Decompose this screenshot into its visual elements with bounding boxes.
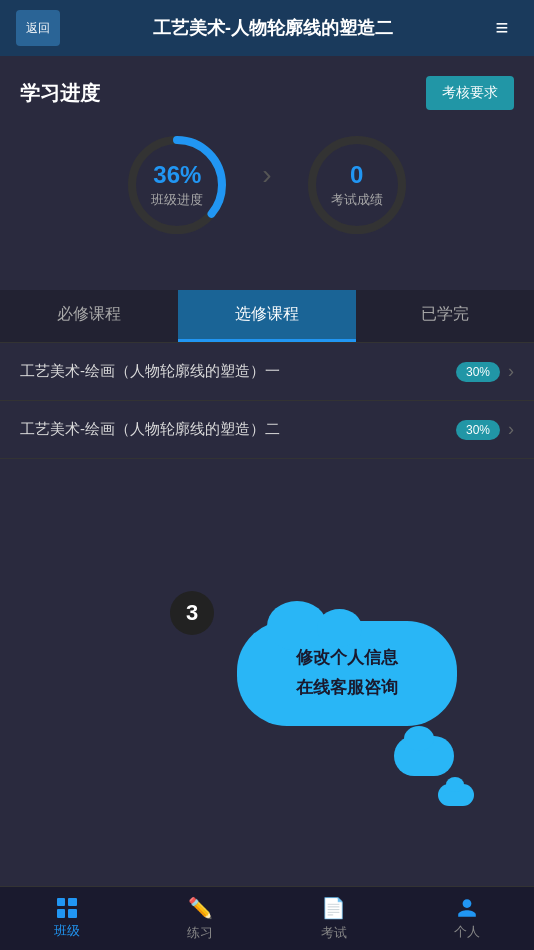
course-item-1[interactable]: 工艺美术-绘画（人物轮廓线的塑造）一 30% › — [0, 343, 534, 401]
tab-elective[interactable]: 选修课程 — [178, 290, 356, 342]
course-progress-1: 30% — [456, 362, 500, 382]
tab-required[interactable]: 必修课程 — [0, 290, 178, 342]
circles-container: 36% 班级进度 › 0 考试成绩 — [20, 130, 514, 240]
class-progress-percent: 36% — [151, 161, 203, 189]
course-progress-2: 30% — [456, 420, 500, 440]
nav-label-profile: 个人 — [454, 923, 480, 941]
class-progress-label: 班级进度 — [151, 191, 203, 209]
course-list: 工艺美术-绘画（人物轮廓线的塑造）一 30% › 工艺美术-绘画（人物轮廓线的塑… — [0, 343, 534, 459]
circle1-text: 36% 班级进度 — [151, 161, 203, 209]
cloud-line1: 修改个人信息 — [296, 648, 398, 667]
main-content: 学习进度 考核要求 36% 班级进度 › — [0, 56, 534, 886]
course-name-2: 工艺美术-绘画（人物轮廓线的塑造）二 — [20, 420, 456, 439]
nav-item-exam[interactable]: 📄 考试 — [267, 887, 401, 950]
back-label: 返回 — [26, 20, 50, 37]
progress-header: 学习进度 考核要求 — [20, 76, 514, 110]
tab-completed[interactable]: 已学完 — [356, 290, 534, 342]
tiny-cloud — [438, 784, 474, 806]
cloud-line2: 在线客服咨询 — [296, 678, 398, 697]
course-item-right-1: 30% › — [456, 361, 514, 382]
header: 返回 工艺美术-人物轮廓线的塑造二 ≡ — [0, 0, 534, 56]
tabs-section: 必修课程 选修课程 已学完 — [0, 290, 534, 343]
circle2-text: 0 考试成绩 — [331, 161, 383, 209]
pencil-icon: ✏️ — [188, 896, 213, 920]
cloud-overlay: 3 修改个人信息 在线客服咨询 — [100, 601, 534, 726]
progress-section: 学习进度 考核要求 36% 班级进度 › — [0, 56, 534, 290]
nav-label-class: 班级 — [54, 922, 80, 940]
tiny-cloud-body — [438, 784, 474, 806]
progress-title: 学习进度 — [20, 80, 100, 107]
back-button[interactable]: 返回 — [16, 10, 60, 46]
course-item-2[interactable]: 工艺美术-绘画（人物轮廓线的塑造）二 30% › — [0, 401, 534, 459]
nav-label-exam: 考试 — [321, 924, 347, 942]
bottom-nav: 班级 ✏️ 练习 📄 考试 个人 — [0, 886, 534, 950]
exam-score-label: 考试成绩 — [331, 191, 383, 209]
course-name-1: 工艺美术-绘画（人物轮廓线的塑造）一 — [20, 362, 456, 381]
cloud-number: 3 — [170, 591, 214, 635]
course-item-right-2: 30% › — [456, 419, 514, 440]
nav-item-profile[interactable]: 个人 — [401, 887, 535, 950]
cloud-bubble: 修改个人信息 在线客服咨询 — [237, 621, 457, 726]
page-title: 工艺美术-人物轮廓线的塑造二 — [60, 16, 486, 40]
cloud-text: 修改个人信息 在线客服咨询 — [265, 643, 429, 704]
small-cloud-body — [394, 736, 454, 776]
grid-icon — [57, 898, 77, 918]
nav-item-class[interactable]: 班级 — [0, 887, 134, 950]
file-icon: 📄 — [321, 896, 346, 920]
nav-item-practice[interactable]: ✏️ 练习 — [134, 887, 268, 950]
menu-icon[interactable]: ≡ — [486, 15, 518, 41]
chevron-icon-2: › — [508, 419, 514, 440]
small-cloud — [394, 736, 454, 776]
arrow-icon: › — [262, 159, 271, 191]
class-progress-circle: 36% 班级进度 — [122, 130, 232, 240]
exam-score-circle: 0 考试成绩 — [302, 130, 412, 240]
nav-label-practice: 练习 — [187, 924, 213, 942]
person-icon — [456, 897, 478, 919]
exam-score-value: 0 — [331, 161, 383, 189]
exam-req-button[interactable]: 考核要求 — [426, 76, 514, 110]
chevron-icon-1: › — [508, 361, 514, 382]
